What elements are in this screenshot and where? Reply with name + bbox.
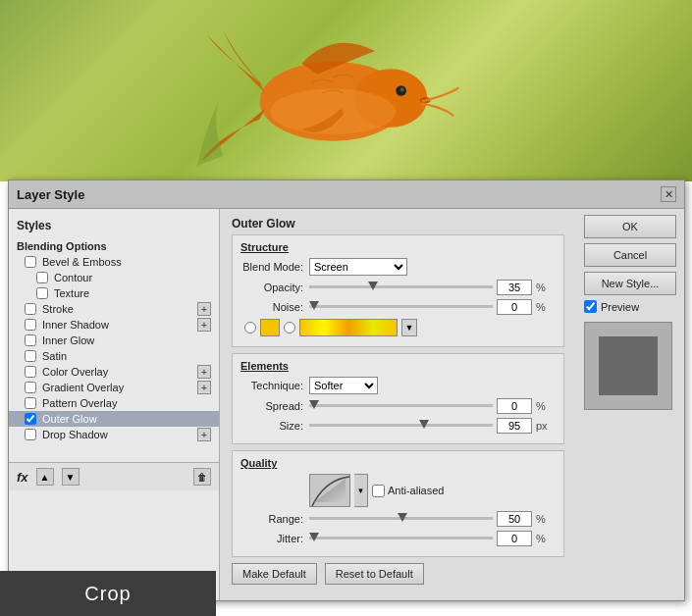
contour-row: ▼ Anti-aliased <box>240 474 556 507</box>
spread-row: Spread: % <box>240 398 556 414</box>
jitter-row: Jitter: % <box>240 531 556 546</box>
color-swatch[interactable] <box>260 319 280 336</box>
sidebar-item-contour[interactable]: Contour <box>9 270 219 285</box>
range-unit: % <box>536 513 556 525</box>
blend-mode-select[interactable]: Screen Normal Overlay <box>309 258 407 276</box>
opacity-slider[interactable] <box>309 282 493 293</box>
sidebar-item-satin[interactable]: Satin <box>9 348 219 364</box>
size-input[interactable] <box>497 418 532 434</box>
cancel-button[interactable]: Cancel <box>584 243 676 267</box>
pattern-overlay-label: Pattern Overlay <box>42 397 117 409</box>
range-row: Range: % <box>240 511 556 527</box>
inner-shadow-checkbox[interactable] <box>25 319 36 331</box>
inner-glow-checkbox[interactable] <box>25 334 36 346</box>
satin-checkbox[interactable] <box>25 350 36 362</box>
sidebar-item-stroke[interactable]: Stroke + <box>9 301 219 317</box>
blend-mode-row: Blend Mode: Screen Normal Overlay <box>240 258 556 276</box>
stroke-checkbox[interactable] <box>25 303 36 315</box>
svg-point-2 <box>270 88 396 134</box>
anti-alias-text: Anti-aliased <box>388 485 444 496</box>
color-overlay-checkbox[interactable] <box>25 366 36 378</box>
sidebar-item-color-overlay[interactable]: Color Overlay + <box>9 364 219 380</box>
technique-select[interactable]: Softer Precise <box>309 377 378 394</box>
color-overlay-add-button[interactable]: + <box>197 365 211 379</box>
noise-input[interactable] <box>497 299 532 315</box>
blending-options-header[interactable]: Blending Options <box>9 238 219 254</box>
layer-style-dialog: Layer Style ✕ Styles Blending Options Be… <box>8 180 685 601</box>
move-down-button[interactable]: ▼ <box>62 468 80 486</box>
left-panel: Styles Blending Options Bevel & Emboss C… <box>9 209 220 600</box>
size-row: Size: px <box>240 418 556 434</box>
left-toolbar: fx ▲ ▼ 🗑 <box>9 462 219 490</box>
crop-label: Crop <box>84 583 131 605</box>
size-slider[interactable] <box>309 420 493 432</box>
opacity-row: Opacity: % <box>240 280 556 295</box>
drop-shadow-add-button[interactable]: + <box>197 428 211 441</box>
dialog-title: Layer Style <box>17 187 84 202</box>
preview-inner-rect <box>599 336 658 395</box>
reset-to-default-button[interactable]: Reset to Default <box>325 563 424 585</box>
gradient-radio[interactable] <box>284 322 295 334</box>
fish-image <box>196 20 491 177</box>
spread-slider[interactable] <box>309 400 493 412</box>
jitter-input[interactable] <box>497 531 532 546</box>
preview-checkbox[interactable] <box>584 300 597 313</box>
crop-bar[interactable]: Crop <box>0 571 216 616</box>
styles-title: Styles <box>9 217 219 238</box>
drop-shadow-checkbox[interactable] <box>25 429 36 440</box>
gradient-swatch[interactable] <box>299 319 398 336</box>
new-style-button[interactable]: New Style... <box>584 272 676 295</box>
gradient-overlay-add-button[interactable]: + <box>197 381 211 394</box>
texture-label: Texture <box>54 287 89 299</box>
sidebar-item-bevel[interactable]: Bevel & Emboss <box>9 254 219 270</box>
preview-text: Preview <box>601 301 639 313</box>
sidebar-item-inner-glow[interactable]: Inner Glow <box>9 333 219 348</box>
sidebar-item-outer-glow[interactable]: Outer Glow <box>9 411 219 427</box>
contour-swatch[interactable] <box>309 474 350 507</box>
add-effect-button[interactable]: ▲ <box>36 468 54 486</box>
technique-row: Technique: Softer Precise <box>240 377 556 394</box>
opacity-slider-container: % <box>309 280 556 295</box>
pattern-overlay-checkbox[interactable] <box>25 397 36 409</box>
noise-unit: % <box>536 301 556 313</box>
color-row: ▼ <box>240 319 556 336</box>
noise-slider[interactable] <box>309 301 493 313</box>
satin-label: Satin <box>42 350 67 362</box>
close-button[interactable]: ✕ <box>661 186 676 202</box>
opacity-input[interactable] <box>497 280 532 295</box>
bevel-checkbox[interactable] <box>25 256 36 268</box>
delete-effect-button[interactable]: 🗑 <box>193 468 211 486</box>
structure-group: Structure Blend Mode: Screen Normal Over… <box>232 234 564 347</box>
jitter-slider[interactable] <box>309 533 493 544</box>
stroke-add-button[interactable]: + <box>197 302 211 316</box>
solid-color-radio[interactable] <box>244 322 256 334</box>
opacity-unit: % <box>536 282 556 293</box>
sidebar-item-gradient-overlay[interactable]: Gradient Overlay + <box>9 380 219 395</box>
drop-shadow-label: Drop Shadow <box>42 429 108 440</box>
range-slider[interactable] <box>309 513 493 525</box>
action-row: Make Default Reset to Default <box>232 563 564 585</box>
technique-label: Technique: <box>240 380 309 391</box>
range-input[interactable] <box>497 511 532 527</box>
sidebar-item-inner-shadow[interactable]: Inner Shadow + <box>9 317 219 333</box>
ok-button[interactable]: OK <box>584 215 676 238</box>
gradient-overlay-checkbox[interactable] <box>25 382 36 393</box>
sidebar-item-texture[interactable]: Texture <box>9 285 219 301</box>
make-default-button[interactable]: Make Default <box>232 563 317 585</box>
inner-shadow-add-button[interactable]: + <box>197 318 211 332</box>
outer-glow-checkbox[interactable] <box>25 413 36 425</box>
color-overlay-label: Color Overlay <box>42 366 108 378</box>
noise-row: Noise: % <box>240 299 556 315</box>
jitter-unit: % <box>536 533 556 544</box>
anti-alias-checkbox[interactable] <box>372 485 385 497</box>
spread-input[interactable] <box>497 398 532 414</box>
outer-glow-title: Outer Glow <box>232 217 564 231</box>
contour-dropdown-button[interactable]: ▼ <box>354 474 368 507</box>
inner-shadow-label: Inner Shadow <box>42 319 109 331</box>
contour-checkbox[interactable] <box>36 272 48 283</box>
sidebar-item-drop-shadow[interactable]: Drop Shadow + <box>9 427 219 442</box>
texture-checkbox[interactable] <box>36 287 48 299</box>
elements-title: Elements <box>240 360 556 372</box>
sidebar-item-pattern-overlay[interactable]: Pattern Overlay <box>9 395 219 411</box>
gradient-options-button[interactable]: ▼ <box>401 319 417 336</box>
